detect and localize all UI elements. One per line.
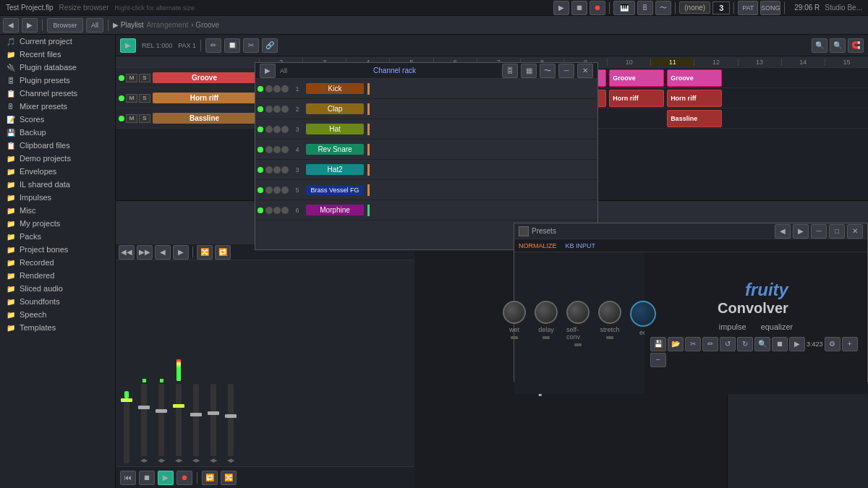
- sidebar-item-project-bones[interactable]: 📁 Project bones: [0, 243, 115, 256]
- rack-close-btn[interactable]: ✕: [577, 64, 593, 78]
- brass-btn3[interactable]: [281, 187, 289, 194]
- sidebar-item-scores[interactable]: 📝 Scores: [0, 113, 115, 126]
- sidebar-item-demo[interactable]: 📁 Demo projects: [0, 152, 115, 165]
- toolbar-pattern[interactable]: PAT: [738, 1, 758, 15]
- sidebar-item-envelopes[interactable]: 📁 Envelopes: [0, 165, 115, 178]
- sidebar-item-current-project[interactable]: 🎵 Current project: [0, 35, 115, 48]
- hat-btn1[interactable]: [265, 126, 273, 133]
- morph-btn3[interactable]: [281, 207, 289, 214]
- knob-delay[interactable]: [535, 301, 558, 324]
- morph-btn1[interactable]: [265, 207, 273, 214]
- rack-knob-btn[interactable]: 🎛: [502, 64, 518, 78]
- toolbar-song[interactable]: SONG: [760, 1, 780, 15]
- plugin-next-btn[interactable]: ▶: [793, 224, 809, 239]
- fader-1-thumb[interactable]: [138, 406, 150, 409]
- block-horn-3[interactable]: Horn riff: [609, 90, 664, 107]
- brass-btn1[interactable]: [265, 187, 273, 194]
- kick-btn2[interactable]: [273, 85, 281, 93]
- sidebar-item-rendered[interactable]: 📁 Rendered: [0, 269, 115, 282]
- block-horn-4[interactable]: Horn riff: [667, 90, 722, 107]
- sidebar-item-speech[interactable]: 📁 Speech: [0, 308, 115, 321]
- knob-wet[interactable]: [503, 301, 526, 324]
- sidebar-item-recent-files[interactable]: 📁 Recent files: [0, 48, 115, 61]
- sidebar-item-packs[interactable]: 📁 Packs: [0, 230, 115, 243]
- plugin-max-btn[interactable]: □: [829, 224, 845, 239]
- p-btn-11[interactable]: +: [842, 337, 858, 351]
- sidebar-item-channel-presets[interactable]: 📋 Channel presets: [0, 87, 115, 100]
- horn-name-btn[interactable]: Horn riff: [153, 93, 256, 103]
- p-btn-8[interactable]: ⏹: [772, 337, 788, 351]
- fader-4-thumb[interactable]: [190, 413, 202, 416]
- morph-name[interactable]: Morphine: [306, 205, 364, 215]
- p-btn-2[interactable]: 📂: [668, 337, 684, 351]
- toolbar-icon-record[interactable]: ⏺: [590, 1, 605, 15]
- fader-2-thumb[interactable]: [156, 409, 167, 413]
- p-btn-5[interactable]: ↺: [720, 337, 736, 351]
- hat-btn2[interactable]: [273, 126, 281, 133]
- bassline-mute[interactable]: M: [126, 114, 137, 123]
- kick-name[interactable]: Kick: [306, 83, 364, 94]
- kick-btn1[interactable]: [265, 85, 273, 93]
- p-btn-12[interactable]: −: [650, 353, 666, 367]
- sidebar-item-clipboard[interactable]: 📋 Clipboard files: [0, 139, 115, 152]
- sidebar-item-mixer-presets[interactable]: 🎚 Mixer presets: [0, 100, 115, 113]
- mx-btn-3[interactable]: ◀: [155, 245, 171, 260]
- p-btn-7[interactable]: 🔍: [754, 337, 770, 351]
- morph-btn2[interactable]: [273, 207, 281, 214]
- rack-wave-btn[interactable]: 〜: [540, 64, 556, 78]
- hat2-btn2[interactable]: [273, 166, 281, 174]
- zoom-in-btn[interactable]: 🔍: [812, 38, 827, 53]
- p-btn-4[interactable]: ✏: [702, 337, 718, 351]
- fader-5-thumb[interactable]: [208, 411, 219, 415]
- all-btn[interactable]: All: [86, 18, 103, 33]
- groove-mute[interactable]: M: [126, 74, 137, 82]
- knob-stretch[interactable]: [598, 301, 621, 324]
- back-btn[interactable]: ◀: [3, 18, 19, 33]
- fader-6-thumb[interactable]: [225, 414, 237, 418]
- clap-btn3[interactable]: [281, 106, 289, 113]
- transport-rec[interactable]: ⏺: [176, 471, 192, 485]
- p-btn-3[interactable]: ✂: [685, 337, 701, 351]
- groove-name-btn[interactable]: Groove: [153, 72, 256, 83]
- clap-btn1[interactable]: [265, 106, 273, 113]
- clap-btn2[interactable]: [273, 106, 281, 113]
- toolbar-icon-mix[interactable]: 🎚: [637, 1, 653, 15]
- browser-btn[interactable]: Browser: [47, 18, 83, 33]
- bassline-name-btn[interactable]: Bassline: [153, 113, 256, 124]
- toolbar-icon-2[interactable]: ⏹: [571, 1, 587, 15]
- horn-solo[interactable]: S: [139, 94, 150, 103]
- brass-btn2[interactable]: [273, 187, 281, 194]
- transport-rand[interactable]: 🔀: [221, 471, 237, 485]
- sidebar-item-backup[interactable]: 💾 Backup: [0, 126, 115, 139]
- hat-name[interactable]: Hat: [306, 124, 364, 134]
- plugin-close-btn[interactable]: ✕: [847, 224, 863, 239]
- p-btn-6[interactable]: ↻: [737, 337, 753, 351]
- plugin-prev-btn[interactable]: ◀: [775, 224, 791, 239]
- revsnare-btn3[interactable]: [281, 146, 289, 153]
- mx-btn-5[interactable]: 🔀: [197, 245, 213, 260]
- playlist-tool-1[interactable]: ✏: [205, 38, 221, 53]
- p-btn-1[interactable]: 💾: [650, 337, 666, 351]
- block-groove-6[interactable]: Groove: [667, 69, 722, 87]
- revsnare-btn1[interactable]: [265, 146, 273, 153]
- knob-eq[interactable]: [630, 301, 656, 327]
- toolbar-icon-1[interactable]: ▶: [553, 1, 569, 15]
- transport-play[interactable]: ▶: [158, 471, 174, 485]
- kick-btn3[interactable]: [281, 85, 289, 93]
- groove-solo[interactable]: S: [139, 74, 150, 82]
- playlist-tool-3[interactable]: ✂: [243, 38, 259, 53]
- p-btn-10[interactable]: ⚙: [825, 337, 841, 351]
- block-bassline-1[interactable]: Bassline: [667, 110, 722, 127]
- rack-minimize-btn[interactable]: ─: [558, 64, 574, 78]
- plugin-min-btn[interactable]: ─: [811, 224, 827, 239]
- mx-btn-2[interactable]: ▶▶: [137, 245, 153, 260]
- mx-btn-4[interactable]: ▶: [173, 245, 189, 260]
- mx-btn-1[interactable]: ◀◀: [119, 245, 135, 260]
- hat2-btn3[interactable]: [281, 166, 289, 174]
- transport-prev[interactable]: ⏮: [120, 471, 136, 485]
- rack-play-btn[interactable]: ▶: [260, 64, 276, 78]
- rack-grid-btn[interactable]: ▦: [521, 64, 537, 78]
- fader-0-thumb[interactable]: [121, 398, 132, 402]
- sidebar-item-plugin-presets[interactable]: 🎛 Plugin presets: [0, 74, 115, 87]
- playlist-play-btn[interactable]: ▶: [120, 38, 136, 53]
